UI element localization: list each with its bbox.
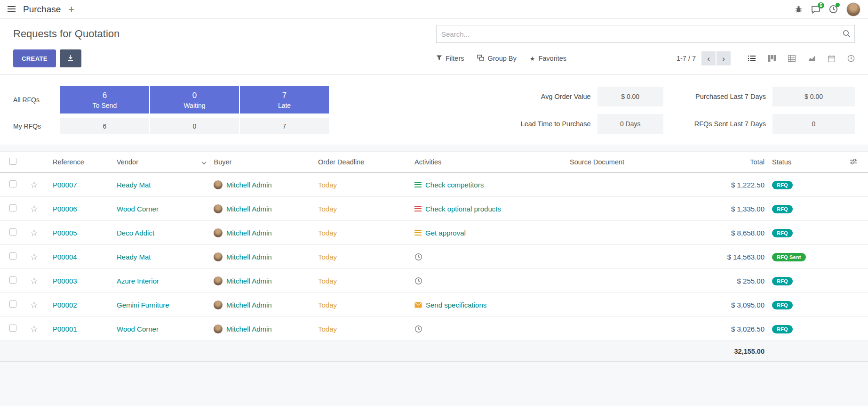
plus-icon[interactable]: + [68, 4, 74, 15]
row-checkbox[interactable] [9, 228, 16, 235]
my-waiting[interactable]: 0 [150, 118, 239, 134]
favorite-star-icon[interactable]: ☆ [30, 300, 38, 310]
pager-previous-button[interactable]: ‹ [701, 51, 716, 65]
search-icon[interactable] [843, 30, 851, 39]
apps-menu-icon[interactable] [8, 6, 16, 12]
favorite-star-icon[interactable]: ☆ [30, 276, 38, 286]
header-buyer[interactable]: Buyer [210, 152, 314, 173]
list-view-icon[interactable] [748, 55, 756, 62]
select-all-checkbox[interactable] [9, 158, 16, 165]
activity-link[interactable]: Check optional products [425, 205, 501, 213]
reference-link[interactable]: P00001 [53, 325, 77, 333]
vendor-name[interactable]: Azure Interior [117, 277, 159, 285]
reference-link[interactable]: P00002 [53, 301, 77, 309]
favorite-star-icon[interactable]: ☆ [30, 252, 38, 262]
lead-time-value: 0 Days [597, 114, 663, 134]
buyer-link[interactable]: Mitchell Admin [226, 301, 272, 309]
activity-link[interactable]: Check competitors [425, 181, 484, 189]
header-total[interactable]: Total [691, 152, 768, 173]
reference-link[interactable]: P00006 [53, 205, 77, 213]
reference-link[interactable]: P00007 [53, 181, 77, 189]
buyer-link[interactable]: Mitchell Admin [226, 205, 272, 213]
reference-link[interactable]: P00005 [53, 229, 77, 237]
favorite-star-icon[interactable]: ☆ [30, 324, 38, 334]
kanban-view-icon[interactable] [768, 55, 776, 62]
total-amount: $ 1,222.50 [731, 181, 764, 189]
buyer-link[interactable]: Mitchell Admin [226, 277, 272, 285]
table-row[interactable]: ☆ P00004 Ready Mat Mitchell Admin Today … [0, 245, 868, 269]
header-activities[interactable]: Activities [411, 152, 566, 173]
messages-icon[interactable]: 5 [811, 5, 820, 14]
buyer-link[interactable]: Mitchell Admin [226, 253, 272, 261]
activity-clock-icon[interactable] [414, 277, 422, 285]
row-checkbox[interactable] [9, 180, 16, 187]
vendor-name[interactable]: Wood Corner [117, 205, 159, 213]
activity-clock-icon[interactable] [414, 253, 422, 261]
tile-to-send[interactable]: 6 To Send [60, 86, 149, 114]
row-checkbox[interactable] [9, 276, 16, 284]
buyer-link[interactable]: Mitchell Admin [226, 325, 272, 333]
activity-tasks-icon[interactable] [414, 182, 422, 188]
optional-columns-icon[interactable] [850, 159, 857, 166]
table-row[interactable]: ☆ P00002 Gemini Furniture Mitchell Admin… [0, 293, 868, 317]
status-badge: RFQ [772, 301, 793, 309]
favorites-button[interactable]: ★ Favorites [530, 55, 566, 62]
filters-button[interactable]: Filters [436, 55, 464, 62]
header-order-deadline[interactable]: Order Deadline [314, 152, 411, 173]
my-late[interactable]: 7 [240, 118, 329, 134]
tile-waiting[interactable]: 0 Waiting [150, 86, 239, 114]
vendor-name[interactable]: Ready Mat [117, 181, 151, 189]
activity-tasks-icon[interactable] [414, 230, 422, 236]
tile-late[interactable]: 7 Late [240, 86, 329, 114]
pager: 1-7 / 7 ‹ › [677, 51, 731, 65]
group-by-button[interactable]: Group By [477, 55, 516, 62]
row-checkbox[interactable] [9, 300, 16, 308]
search-box[interactable] [436, 25, 855, 43]
favorite-star-icon[interactable]: ☆ [30, 180, 38, 190]
user-avatar[interactable] [846, 2, 860, 16]
waiting-count: 0 [192, 91, 197, 100]
activity-clock-icon[interactable] [414, 325, 422, 333]
reference-link[interactable]: P00004 [53, 253, 77, 261]
buyer-link[interactable]: Mitchell Admin [226, 229, 272, 237]
table-row[interactable]: ☆ P00007 Ready Mat Mitchell Admin Today … [0, 173, 868, 197]
header-status[interactable]: Status [768, 152, 839, 173]
table-row[interactable]: ☆ P00006 Wood Corner Mitchell Admin Toda… [0, 197, 868, 221]
favorite-star-icon[interactable]: ☆ [30, 204, 38, 214]
view-switcher [748, 55, 855, 62]
waiting-label: Waiting [183, 102, 205, 109]
debug-bug-icon[interactable] [795, 5, 803, 13]
header-source-document[interactable]: Source Document [566, 152, 691, 173]
activity-link[interactable]: Get approval [425, 229, 466, 237]
row-checkbox[interactable] [9, 252, 16, 260]
activity-email-icon[interactable] [414, 302, 422, 308]
activity-tasks-icon[interactable] [414, 206, 422, 212]
vendor-name[interactable]: Ready Mat [117, 253, 151, 261]
graph-view-icon[interactable] [808, 55, 816, 62]
pager-next-button[interactable]: › [717, 51, 731, 65]
table-row[interactable]: ☆ P00003 Azure Interior Mitchell Admin T… [0, 269, 868, 293]
activity-view-icon[interactable] [847, 55, 855, 62]
calendar-view-icon[interactable] [828, 55, 835, 62]
search-input[interactable] [436, 25, 855, 43]
activities-clock-icon[interactable] [829, 5, 838, 14]
activity-link[interactable]: Send specifications [426, 301, 486, 309]
total-amount: $ 14,563.00 [727, 253, 764, 261]
export-button[interactable] [60, 49, 81, 67]
row-checkbox[interactable] [9, 204, 16, 211]
header-reference[interactable]: Reference [49, 152, 113, 173]
my-to-send[interactable]: 6 [60, 118, 149, 134]
favorite-star-icon[interactable]: ☆ [30, 228, 38, 238]
vendor-name[interactable]: Gemini Furniture [117, 301, 169, 309]
header-vendor[interactable]: Vendor [113, 152, 210, 173]
pivot-view-icon[interactable] [788, 55, 796, 62]
buyer-link[interactable]: Mitchell Admin [226, 181, 272, 189]
table-row[interactable]: ☆ P00005 Deco Addict Mitchell Admin Toda… [0, 221, 868, 245]
reference-link[interactable]: P00003 [53, 277, 77, 285]
row-checkbox[interactable] [9, 325, 16, 332]
vendor-name[interactable]: Wood Corner [117, 325, 159, 333]
vendor-name[interactable]: Deco Addict [117, 229, 154, 237]
app-name[interactable]: Purchase [23, 4, 61, 15]
create-button[interactable]: CREATE [13, 49, 56, 67]
table-row[interactable]: ☆ P00001 Wood Corner Mitchell Admin Toda… [0, 317, 868, 341]
